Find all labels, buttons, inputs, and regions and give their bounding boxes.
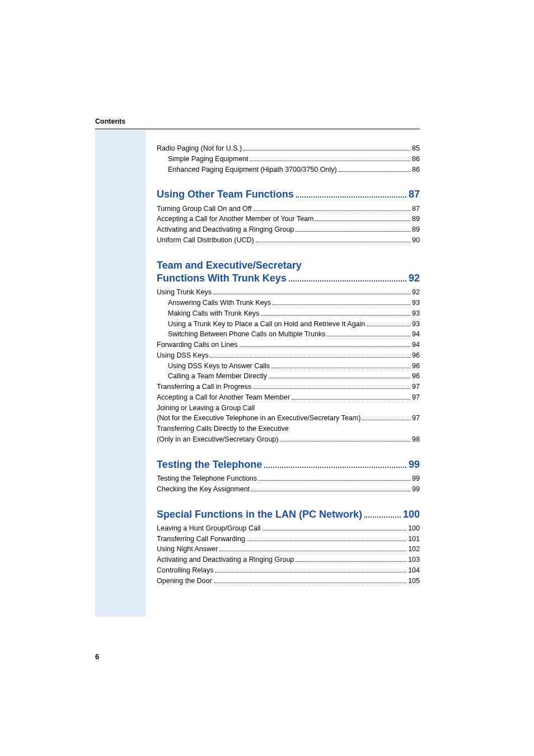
toc-entry-label: Forwarding Calls on Lines: [157, 340, 238, 350]
toc-entry-page: 96: [412, 350, 420, 361]
toc-section-page: 87: [409, 188, 420, 201]
toc-dots: [339, 166, 411, 171]
toc-section-heading[interactable]: Testing the Telephone 99: [157, 458, 420, 471]
toc-entry-page: 102: [408, 544, 420, 555]
toc-entry[interactable]: Activating and Deactivating a Ringing Gr…: [157, 555, 420, 565]
toc-dots: [251, 486, 410, 491]
toc-entry-page: 104: [408, 565, 420, 576]
toc-dots: [254, 205, 411, 210]
toc-dots: [362, 415, 410, 420]
toc-entry-wrap[interactable]: Transferring Calls Directly to the Execu…: [157, 424, 420, 445]
toc-entry[interactable]: Answering Calls With Trunk Keys93: [157, 298, 420, 308]
toc-dots: [250, 156, 410, 161]
toc-dots: [292, 395, 410, 400]
toc-entry[interactable]: Using Trunk Keys92: [157, 287, 420, 298]
toc-entry-label: Calling a Team Member Directly: [168, 371, 267, 382]
toc-entry-label: Checking the Key Assignment: [157, 484, 250, 495]
toc-entry[interactable]: Enhanced Paging Equipment (Hipath 3700/3…: [157, 165, 420, 175]
toc-entry-label: Testing the Telephone Functions: [157, 473, 257, 484]
toc-entry[interactable]: Checking the Key Assignment99: [157, 484, 420, 495]
toc-section-heading[interactable]: Team and Executive/Secretary Functions W…: [157, 259, 420, 285]
toc-entry-label: Using Night Answer: [157, 544, 218, 555]
toc-dots: [243, 145, 410, 151]
toc-section-title: Special Functions in the LAN (PC Network…: [157, 508, 362, 521]
document-page: Contents Radio Paging (Not for U.S.) 85 …: [0, 0, 534, 756]
toc-entry-page: 103: [408, 555, 420, 565]
toc-entry[interactable]: Activating and Deactivating a Ringing Gr…: [157, 224, 420, 235]
toc-entry[interactable]: Uniform Call Distribution (UCD)90: [157, 235, 420, 246]
toc-entry-label: Using DSS Keys: [157, 350, 208, 361]
toc-dots: [327, 331, 410, 336]
toc-entry[interactable]: Radio Paging (Not for U.S.) 85: [157, 143, 420, 154]
toc-section-page: 99: [409, 458, 420, 471]
toc-section-page: 100: [403, 508, 420, 521]
toc-entry-page: 105: [408, 576, 420, 586]
toc-entry-label: Simple Paging Equipment: [168, 154, 249, 165]
toc-entry[interactable]: Calling a Team Member Directly96: [157, 371, 420, 382]
toc-entry-label: (Only in an Executive/Secretary Group): [157, 434, 278, 445]
toc-dots: [240, 342, 411, 347]
toc-entry-label: Uniform Call Distribution (UCD): [157, 235, 254, 246]
toc-entry[interactable]: Using a Trunk Key to Place a Call on Hol…: [157, 319, 420, 330]
toc-entry[interactable]: Forwarding Calls on Lines94: [157, 340, 420, 350]
toc-entry[interactable]: Testing the Telephone Functions99: [157, 473, 420, 484]
toc-entry-label: Radio Paging (Not for U.S.): [157, 143, 242, 154]
toc-entry[interactable]: Transferring Call Forwarding101: [157, 534, 420, 544]
toc-entry-label: Accepting a Call for Another Member of Y…: [157, 214, 313, 224]
toc-section-title: Testing the Telephone: [157, 458, 262, 471]
toc-entry-page: 97: [412, 392, 420, 403]
toc-section-heading[interactable]: Special Functions in the LAN (PC Network…: [157, 508, 420, 521]
toc-section: Special Functions in the LAN (PC Network…: [157, 508, 420, 586]
toc-entry[interactable]: Turning Group Call On and Off87: [157, 204, 420, 214]
toc-section-title: Using Other Team Functions: [157, 188, 294, 201]
toc-entry[interactable]: Simple Paging Equipment 86: [157, 154, 420, 165]
toc-pre-section: Radio Paging (Not for U.S.) 85 Simple Pa…: [157, 143, 420, 175]
toc-entry[interactable]: Using Night Answer102: [157, 544, 420, 555]
toc-entry-label: Leaving a Hunt Group/Group Call: [157, 523, 261, 534]
toc-entry-page: 100: [408, 523, 420, 534]
toc-entry[interactable]: Accepting a Call for Another Team Member…: [157, 392, 420, 403]
toc-entry[interactable]: Switching Between Phone Calls on Multipl…: [157, 329, 420, 340]
toc-dots: [367, 321, 410, 326]
toc-entry-page: 99: [412, 484, 420, 495]
toc-dots: [253, 384, 410, 389]
toc-entry-preline: Joining or Leaving a Group Call: [157, 403, 420, 414]
toc-section-title-line1: Team and Executive/Secretary: [157, 259, 420, 272]
toc-entry-label: Enhanced Paging Equipment (Hipath 3700/3…: [168, 165, 337, 175]
toc-dots: [256, 237, 410, 242]
toc-entry-page: 93: [412, 298, 420, 308]
toc-entry[interactable]: Using DSS Keys to Answer Calls96: [157, 361, 420, 372]
toc-entry-label: Controlling Relays: [157, 565, 213, 576]
toc-entry-label: Making Calls with Trunk Keys: [168, 308, 259, 319]
toc-entry-page: 92: [412, 287, 420, 298]
toc-entry[interactable]: Transferring a Call in Progress97: [157, 382, 420, 392]
toc-section: Testing the Telephone 99 Testing the Tel…: [157, 458, 420, 495]
toc-entry-page: 96: [412, 361, 420, 372]
toc-entry-page: 89: [412, 214, 420, 224]
toc-entry-label: Switching Between Phone Calls on Multipl…: [168, 329, 325, 340]
toc-entry[interactable]: Making Calls with Trunk Keys93: [157, 308, 420, 319]
toc-section-heading[interactable]: Using Other Team Functions 87: [157, 188, 420, 201]
toc-entry[interactable]: Leaving a Hunt Group/Group Call100: [157, 523, 420, 534]
toc-entry-label: Opening the Door: [157, 576, 212, 586]
toc-section-title-line2: Functions With Trunk Keys: [157, 272, 287, 285]
toc-entry[interactable]: Opening the Door105: [157, 576, 420, 586]
toc-entry[interactable]: Using DSS Keys96: [157, 350, 420, 361]
toc-entry[interactable]: Controlling Relays104: [157, 565, 420, 576]
toc-entry-page: 85: [412, 143, 420, 154]
toc-entry-label: Accepting a Call for Another Team Member: [157, 392, 290, 403]
left-sidebar-band: [95, 130, 146, 617]
toc-entry-page: 97: [412, 413, 420, 424]
toc-dots: [210, 353, 410, 358]
toc-entry-label: Using DSS Keys to Answer Calls: [168, 361, 270, 372]
toc-dots: [315, 216, 410, 221]
toc-entry-label: (Not for the Executive Telephone in an E…: [157, 413, 360, 424]
toc-body: Radio Paging (Not for U.S.) 85 Simple Pa…: [157, 143, 420, 586]
toc-entry-page: 94: [412, 340, 420, 350]
toc-entry-label: Activating and Deactivating a Ringing Gr…: [157, 224, 294, 235]
toc-entry[interactable]: Accepting a Call for Another Member of Y…: [157, 214, 420, 224]
toc-entry-wrap[interactable]: Joining or Leaving a Group Call (Not for…: [157, 403, 420, 424]
toc-dots: [271, 363, 410, 368]
toc-entry-page: 96: [412, 371, 420, 382]
toc-entry-preline: Transferring Calls Directly to the Execu…: [157, 424, 420, 434]
